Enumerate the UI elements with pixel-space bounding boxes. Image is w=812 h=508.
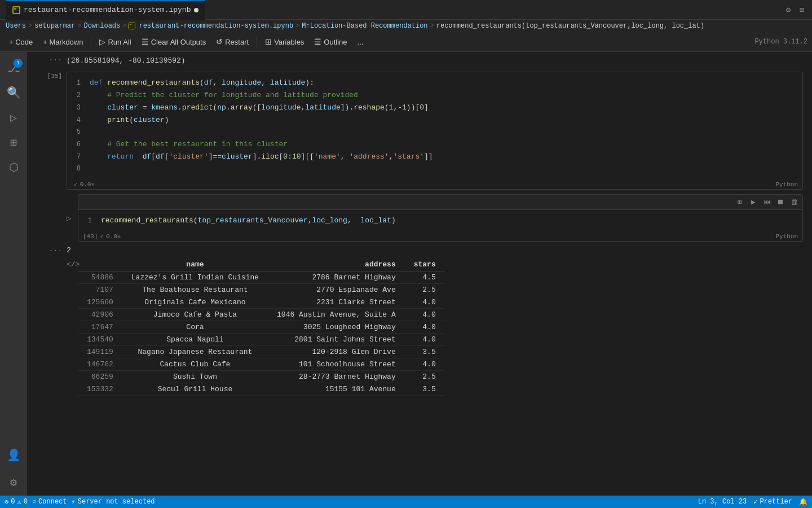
- more-button[interactable]: ...: [353, 36, 368, 48]
- search-icon: 🔍: [7, 86, 21, 100]
- td-index: 54886: [78, 271, 122, 284]
- cell-2-code: 1 recommend_restaurants(top_restaurants_…: [78, 210, 802, 231]
- run-all-button[interactable]: ▷ Run All: [95, 36, 135, 48]
- activity-account[interactable]: 👤: [2, 444, 25, 466]
- add-markdown-button[interactable]: + Markdown: [38, 36, 87, 48]
- status-connect[interactable]: ○ Connect: [32, 498, 67, 506]
- notebook-content[interactable]: ... (26.85581094, -80.10139592) [35] 1: [27, 52, 812, 490]
- cell-1-exec-num: [35]: [47, 73, 62, 80]
- td-address: 2231 Clarke Street: [268, 296, 405, 309]
- notebook-breadcrumb-icon: [129, 23, 135, 29]
- status-errors[interactable]: ⊗ 0 ⚠ 0: [5, 498, 28, 506]
- status-left: ⊗ 0 ⚠ 0 ○ Connect ⚡ Server not selected: [5, 498, 155, 506]
- table-row: 153332 Seoul Grill House 15155 101 Avenu…: [78, 383, 445, 396]
- breadcrumb-function: recommend_restaurants(top_restaurants_Va…: [436, 22, 704, 30]
- cell-2-table-row: </> name address stars: [67, 258, 803, 396]
- activity-data[interactable]: ⬡: [2, 156, 25, 178]
- code-line-3: 3 cluster = kmeans.predict(np.array([lon…: [67, 102, 802, 114]
- variables-button[interactable]: ⊞ Variables: [261, 36, 308, 48]
- top-output-content: (26.85581094, -80.10139592): [67, 52, 803, 69]
- table-row: 134540 Spacca Napoli 2801 Saint Johns St…: [78, 334, 445, 346]
- cell-tool-format[interactable]: ⊞: [734, 196, 746, 208]
- activity-extensions[interactable]: ⊞: [2, 131, 25, 154]
- table-wrapper: name address stars 54886 Lazzez's Grill …: [78, 258, 445, 396]
- svg-rect-3: [130, 24, 131, 25]
- clear-all-outputs-button[interactable]: ☰ Clear All Outputs: [137, 36, 211, 48]
- table-row: 42906 Jimoco Cafe & Pasta 1046 Austin Av…: [78, 309, 445, 321]
- td-index: 125660: [78, 296, 122, 309]
- restart-button[interactable]: ↺ Restart: [211, 36, 253, 48]
- top-output-text: (26.85581094, -80.10139592): [67, 54, 803, 67]
- activity-search[interactable]: 🔍: [2, 81, 25, 104]
- activity-source-control[interactable]: ⎇ 1: [2, 56, 25, 79]
- td-stars: 2.5: [405, 371, 445, 383]
- tab-filename: restaurant-recommendation-system.ipynb: [24, 6, 191, 14]
- activity-settings[interactable]: ⚙: [2, 471, 25, 493]
- status-line-col[interactable]: Ln 3, Col 23: [698, 498, 747, 506]
- file-tab[interactable]: restaurant-recommendation-system.ipynb: [6, 0, 205, 20]
- settings-icon[interactable]: ⚙: [784, 5, 793, 14]
- td-stars: 4.0: [405, 321, 445, 334]
- warning-icon: ⚠: [17, 498, 21, 506]
- table-row: 54886 Lazzez's Grill Indian Cuisine 2786…: [78, 271, 445, 284]
- svg-rect-1: [14, 8, 16, 10]
- tab-modified-dot: [194, 8, 198, 12]
- split-editor-icon[interactable]: ⊞: [797, 5, 806, 14]
- breadcrumb-users[interactable]: Users: [6, 22, 26, 30]
- cell-tool-run[interactable]: ▶: [747, 196, 760, 208]
- breadcrumb-downloads[interactable]: Downloads: [83, 22, 120, 30]
- outline-icon: ☰: [314, 37, 321, 46]
- status-server[interactable]: ⚡ Server not selected: [72, 498, 155, 506]
- code-line-5: 5: [67, 126, 802, 138]
- title-bar-icons: ⚙ ⊞: [784, 5, 806, 14]
- td-index: 7107: [78, 284, 122, 296]
- td-name: Nagano Japanese Restaurant: [122, 346, 268, 358]
- table-row: 7107 The Boathouse Restaurant 2770 Espla…: [78, 284, 445, 296]
- output-table: name address stars 54886 Lazzez's Grill …: [78, 258, 445, 396]
- td-address: 2786 Barnet Highway: [268, 271, 405, 284]
- server-icon: ⚡: [72, 498, 76, 506]
- td-index: 134540: [78, 334, 122, 346]
- cell-2-output-gutter: ...: [27, 243, 67, 398]
- td-stars: 4.0: [405, 309, 445, 321]
- td-name: The Boathouse Restaurant: [122, 284, 268, 296]
- cell-2-inner[interactable]: ⊞ ▶ ⏮ ⏹ 🗑 1 recommend_restaurants(top_re…: [78, 194, 803, 242]
- cell-tool-run-above[interactable]: ⏮: [761, 196, 773, 208]
- activity-bar: ⎇ 1 🔍 ▷ ⊞ ⬡ 👤 ⚙: [0, 52, 27, 496]
- connect-icon: ○: [32, 498, 36, 506]
- add-code-button[interactable]: + Code: [5, 36, 37, 48]
- status-bell[interactable]: 🔔: [799, 498, 807, 506]
- cell-2-time: 0.0s: [106, 233, 121, 240]
- th-index: [78, 258, 122, 271]
- td-address: 3025 Lougheed Highway: [268, 321, 405, 334]
- table-code-icon: </>: [67, 258, 78, 269]
- cell-1-content[interactable]: 1 def recommend_restaurants(df, longitud…: [67, 72, 803, 190]
- cell-tool-delete[interactable]: 🗑: [788, 196, 800, 208]
- cell-1: [35] 1 def recommend_restaurants(df, lon…: [27, 69, 812, 192]
- td-stars: 4.0: [405, 358, 445, 371]
- td-name: Seoul Grill House: [122, 383, 268, 396]
- activity-run-debug[interactable]: ▷: [2, 106, 25, 129]
- cell-1-time: 0.0s: [80, 181, 95, 188]
- th-stars: stars: [405, 258, 445, 271]
- title-bar: restaurant-recommendation-system.ipynb ⚙…: [0, 0, 812, 20]
- breadcrumb-notebook[interactable]: restaurant-recommendation-system.ipynb: [139, 22, 293, 30]
- td-index: 42906: [78, 309, 122, 321]
- cell-1-language: Python: [775, 181, 798, 188]
- settings-activity-icon: ⚙: [10, 475, 17, 489]
- td-name: Spacca Napoli: [122, 334, 268, 346]
- cell-1-footer: ✓ 0.0s Python: [67, 179, 802, 189]
- th-name: name: [122, 258, 268, 271]
- code-line-1: 1 def recommend_restaurants(df, longitud…: [67, 77, 802, 89]
- status-bar: ⊗ 0 ⚠ 0 ○ Connect ⚡ Server not selected …: [0, 496, 812, 508]
- status-prettier[interactable]: ✓ Prettier: [753, 498, 792, 506]
- outline-button[interactable]: ☰ Outline: [310, 36, 351, 48]
- td-stars: 4.5: [405, 271, 445, 284]
- cell-2-expand-btn[interactable]: ▷: [67, 213, 76, 223]
- notebook-toolbar: + Code + Markdown ▷ Run All ☰ Clear All …: [0, 32, 812, 52]
- breadcrumb-section[interactable]: M↑Location-Based Recommendation: [302, 22, 427, 30]
- bottom-scroll[interactable]: [27, 490, 812, 496]
- breadcrumb-setuparmar[interactable]: setuparmar: [34, 22, 75, 30]
- cell-tool-stop[interactable]: ⏹: [774, 196, 787, 208]
- cell-2-tools: ⊞ ▶ ⏮ ⏹ 🗑: [78, 195, 802, 210]
